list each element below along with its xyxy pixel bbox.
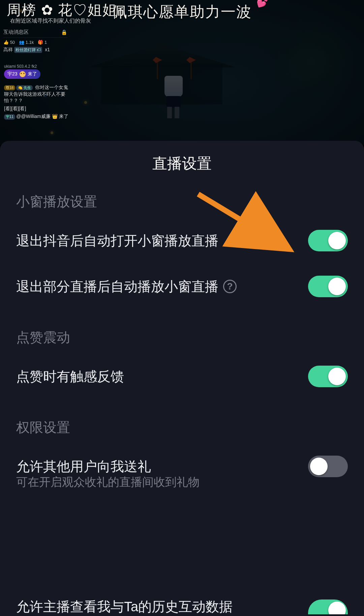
toggle-pip-exit-room[interactable] <box>308 276 348 297</box>
row-allow-gift-label: 允许其他用户向我送礼 <box>16 457 308 476</box>
chat-line: 宇11@@William威廉 👑 来了 <box>4 113 71 120</box>
chat-line: 尊18🍋 先生 你对这一个女鬼聊天告诉我这游戏不吓人不要怕？？？ <box>4 84 71 104</box>
help-icon[interactable]: ? <box>223 280 237 293</box>
interaction-panel-title: 互动消息区 <box>3 29 29 35</box>
lock-icon: 🔒 <box>61 29 67 35</box>
face-icon <box>20 71 26 77</box>
rank-tag: ukiami 503.4.2 fk2 <box>4 64 37 69</box>
arrival-pill: 宇23 来了 <box>4 69 40 79</box>
section-pip-label: 小窗播放设置 <box>0 174 364 218</box>
row-allow-history: 允许主播查看我与Ta的历史互动数据 <box>0 585 364 616</box>
toggle-allow-gift[interactable] <box>308 456 348 477</box>
row-pip-exit-room: 退出部分直播后自动播放小窗直播 ? <box>0 264 364 309</box>
chat-messages: 尊18🍋 先生 你对这一个女鬼聊天告诉我这游戏不吓人不要怕？？？ [看][看][… <box>4 84 71 121</box>
row-allow-gift-sub: 可在开启观众收礼的直播间收到礼物 <box>0 474 364 493</box>
row-allow-history-label: 允许主播查看我与Ta的历史互动数据 <box>16 585 308 616</box>
row-pip-exit-app-label: 退出抖音后自动打开小窗播放直播 <box>16 232 308 250</box>
section-perm-label: 权限设置 <box>0 399 364 443</box>
row-like-haptic-label: 点赞时有触感反馈 <box>16 367 308 386</box>
toggle-allow-history[interactable] <box>308 599 348 614</box>
row-pip-exit-app: 退出抖音后自动打开小窗播放直播 <box>0 218 364 264</box>
row-pip-exit-room-label: 退出部分直播后自动播放小窗直播 ? <box>16 277 308 296</box>
viewers-stat: 👥 1.1k <box>19 40 34 45</box>
fan-badge-line: 高祥 粉丝团灯牌 🏷 x1 <box>3 46 67 53</box>
section-like-label: 点赞震动 <box>0 309 364 353</box>
gifts-stat: 🎁 1 <box>38 40 47 45</box>
sheet-title: 直播设置 <box>0 154 364 174</box>
chat-line: [看][看][看] <box>4 105 71 112</box>
settings-sheet: 直播设置 小窗播放设置 退出抖音后自动打开小窗播放直播 退出部分直播后自动播放小… <box>0 141 364 616</box>
row-like-haptic: 点赞时有触感反馈 <box>0 353 364 399</box>
likes-stat: 👍 50 <box>3 40 15 45</box>
toggle-like-haptic[interactable] <box>308 366 348 387</box>
wishlist-banner: 佩琪心愿单助力一波 💕 <box>0 2 364 22</box>
toggle-pip-exit-app[interactable] <box>308 230 348 251</box>
hearts-icon: 💕 <box>256 0 270 8</box>
